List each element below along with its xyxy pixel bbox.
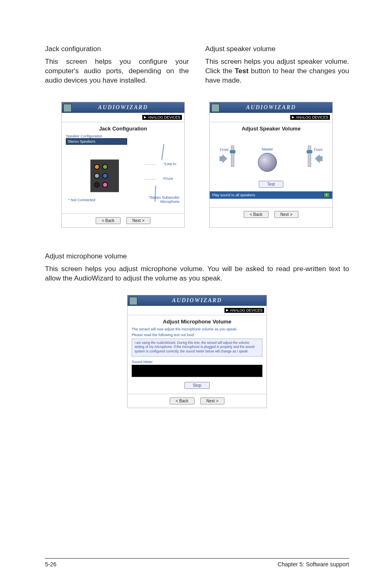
page-footer: 5-26 Chapter 5: Software support <box>0 558 390 568</box>
port-black <box>94 182 100 188</box>
speaker-right-icon <box>314 153 323 165</box>
port-orange <box>94 164 100 170</box>
wizard-titlebar-icon <box>129 297 137 305</box>
stop-button[interactable]: Stop <box>184 382 210 389</box>
chapter-label: Chapter 5: Software support <box>278 561 349 568</box>
jack-section-title: Jack Configuration <box>66 126 180 132</box>
spk-section-title: Adjust Speaker Volume <box>210 126 332 132</box>
mic-line1: The wizard will now adjust the microphon… <box>132 327 262 331</box>
audio-port-block <box>90 159 119 192</box>
wizard-titlebar-icon <box>211 104 220 112</box>
adjust-mic-heading: Adjust microphone volume <box>45 252 349 260</box>
next-button[interactable]: Next > <box>274 211 298 218</box>
wizard-brandbar: ANALOG DEVICES <box>210 113 332 122</box>
jack-plug-icon-top: ╲ <box>156 144 170 160</box>
jack-subtitle: Speaker Configuration <box>66 134 180 138</box>
adjust-speaker-heading: Adjust speaker volume <box>205 45 349 53</box>
play-sound-strip[interactable]: Play sound to all speakers ▾ <box>210 191 332 199</box>
spk-body-bold: Test <box>235 67 249 75</box>
sound-meter-label: Sound Meter <box>132 360 262 364</box>
mic-volume-wizard: AUDIOWIZARD ANALOG DEVICES Adjust Microp… <box>127 295 267 408</box>
next-button[interactable]: Next > <box>126 217 150 224</box>
front-left-label: Front <box>220 148 228 152</box>
adjust-mic-body: This screen helps you adjust microphone … <box>45 265 349 283</box>
mic-script-box: I am using the AudioWizard. During this … <box>132 339 262 357</box>
back-button[interactable]: < Back <box>170 397 195 404</box>
brand-chip: ANALOG DEVICES <box>142 115 182 120</box>
jack-panel: ╲ *Line In *Front ╲ *Stereo Subwoofer Mi… <box>66 147 180 209</box>
wizard-title: AUDIOWIZARD <box>246 104 296 111</box>
brand-chip: ANALOG DEVICES <box>290 115 330 120</box>
jack-config-body: This screen helps you configure your com… <box>45 57 189 85</box>
wizard-title: AUDIOWIZARD <box>98 104 148 111</box>
master-knob[interactable] <box>258 153 277 172</box>
front-right-slider[interactable] <box>308 146 311 167</box>
play-sound-label: Play sound to all speakers <box>212 193 255 197</box>
wizard-titlebar: AUDIOWIZARD <box>210 102 332 113</box>
front-left-slider[interactable] <box>231 146 234 167</box>
port-green <box>102 164 108 170</box>
test-button[interactable]: Test <box>259 181 283 188</box>
play-sound-dropdown-icon[interactable]: ▾ <box>323 192 330 198</box>
port-pink <box>102 182 108 188</box>
wizard-titlebar: AUDIOWIZARD <box>128 295 267 306</box>
adjust-speaker-body: This screen helps you adjust speaker vol… <box>205 57 349 85</box>
front-right-label: Front <box>314 148 322 152</box>
wizard-brandbar: ANALOG DEVICES <box>128 306 267 315</box>
label-front: *Front <box>163 177 173 181</box>
speaker-config-select[interactable]: Stereo Speakers <box>66 138 127 145</box>
port-gray <box>94 173 100 179</box>
jack-config-wizard: AUDIOWIZARD ANALOG DEVICES Jack Configur… <box>61 102 185 228</box>
wizard-titlebar: AUDIOWIZARD <box>62 102 184 113</box>
label-linein: *Line In <box>164 162 176 166</box>
page-number: 5-26 <box>45 561 56 568</box>
wizard-brandbar: ANALOG DEVICES <box>62 113 184 122</box>
mic-section-title: Adjust Microphone Volume <box>132 319 262 325</box>
port-blue <box>102 173 108 179</box>
back-button[interactable]: < Back <box>96 217 121 224</box>
next-button[interactable]: Next > <box>200 397 224 404</box>
mic-line2: Please read the following text out loud: <box>132 333 262 337</box>
wizard-title: AUDIOWIZARD <box>172 297 222 304</box>
jack-config-heading: Jack configuration <box>45 45 189 53</box>
brand-chip: ANALOG DEVICES <box>224 308 264 313</box>
speaker-volume-wizard: AUDIOWIZARD ANALOG DEVICES Adjust Speake… <box>209 102 333 228</box>
master-label: Master <box>262 147 273 151</box>
back-button[interactable]: < Back <box>244 211 269 218</box>
speaker-left-icon <box>220 153 229 165</box>
label-subwoofer: *Stereo Subwoofer Microphone <box>148 195 179 204</box>
sound-meter <box>132 365 262 377</box>
wizard-titlebar-icon <box>63 104 72 112</box>
label-not-connected: * Not Connected <box>68 198 95 202</box>
